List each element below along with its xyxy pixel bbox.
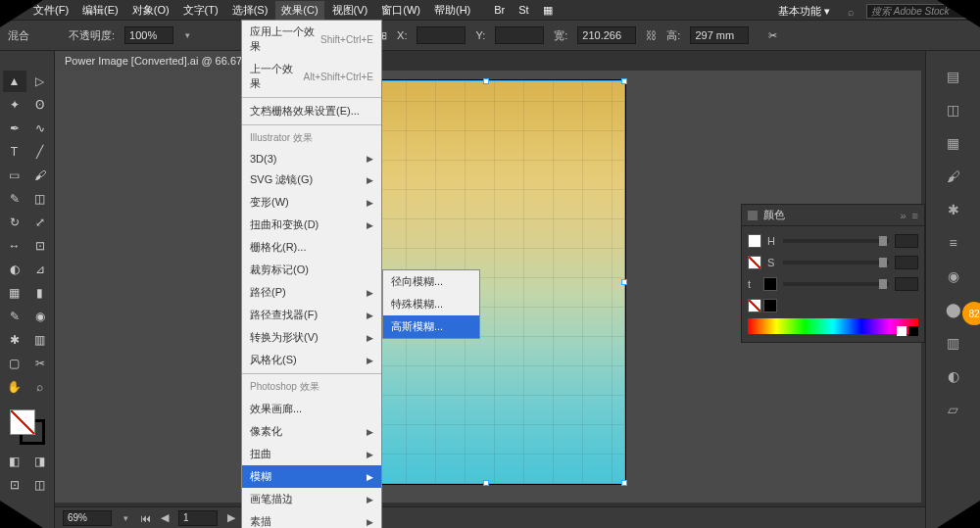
tool-lasso[interactable]: ʘ (28, 94, 52, 116)
fx-apply-last[interactable]: 应用上一个效果Shift+Ctrl+E (242, 21, 381, 58)
menu-edit[interactable]: 编辑(E) (76, 1, 124, 20)
tool-gradient-mode[interactable]: ◨ (28, 451, 52, 472)
tool-mesh[interactable]: ▦ (3, 282, 26, 304)
tool-color-mode[interactable]: ◧ (3, 451, 26, 472)
black-pick[interactable] (908, 326, 918, 336)
white-pick[interactable] (897, 326, 906, 336)
link-wh-icon[interactable]: ⛓ (646, 29, 657, 41)
menu-view[interactable]: 视图(V) (326, 1, 374, 20)
properties-icon[interactable]: ▤ (942, 65, 965, 88)
fx-ps-gallery[interactable]: 效果画廊... (242, 398, 381, 420)
tool-perspective[interactable]: ⊿ (28, 259, 52, 280)
tool-eyedropper[interactable]: ✎ (3, 306, 26, 327)
crop-icon[interactable]: ✂ (768, 29, 777, 42)
swatches-icon[interactable]: ▦ (942, 131, 965, 155)
blur-radial[interactable]: 径向模糊... (383, 270, 479, 293)
artboard-index[interactable] (178, 510, 218, 526)
color-panel-icon[interactable]: ⬤ (942, 298, 965, 321)
notification-badge[interactable]: 82 (962, 302, 980, 325)
zoom-stepper[interactable]: ▾ (122, 513, 130, 523)
tool-shaper[interactable]: ✎ (3, 188, 26, 210)
menu-window[interactable]: 窗口(W) (375, 1, 426, 20)
width-input[interactable] (577, 26, 636, 44)
tool-curvature[interactable]: ∿ (28, 118, 52, 139)
fill-swatch[interactable] (10, 409, 35, 435)
fx-ai-warp[interactable]: 变形(W)▶ (242, 191, 381, 214)
fill-color-chip[interactable] (748, 234, 761, 248)
none-swatch[interactable] (748, 299, 761, 312)
workspace-switcher[interactable]: 基本功能 ▾ (772, 2, 836, 21)
y-input[interactable] (495, 26, 544, 44)
tool-free-transform[interactable]: ⊡ (28, 235, 52, 257)
sat-slider[interactable] (783, 261, 889, 264)
menu-object[interactable]: 对象(O) (126, 1, 175, 20)
artboard-nav-prev[interactable]: ◀ (161, 511, 169, 524)
tool-shape-builder[interactable]: ◐ (3, 259, 26, 280)
blur-smart[interactable]: 特殊模糊... (383, 293, 479, 315)
stock-icon[interactable]: St (513, 2, 534, 18)
tool-artboard[interactable]: ▢ (3, 353, 26, 374)
tool-width[interactable]: ↔ (3, 235, 26, 257)
fx-last[interactable]: 上一个效果Alt+Shift+Ctrl+E (242, 58, 381, 95)
spectrum-bar[interactable] (748, 318, 918, 334)
black-chip[interactable] (763, 277, 777, 291)
fx-ps-blur[interactable]: 模糊▶ (242, 465, 381, 488)
tool-hand[interactable]: ✋ (3, 376, 26, 398)
tool-rectangle[interactable]: ▭ (3, 165, 26, 186)
tool-paintbrush[interactable]: 🖌 (28, 165, 52, 186)
x-input[interactable] (416, 26, 466, 44)
fx-ps-pixelate[interactable]: 像素化▶ (242, 420, 381, 443)
opacity-input[interactable] (124, 26, 173, 44)
opacity-stepper[interactable]: ▾ (183, 30, 192, 40)
brushes-icon[interactable]: 🖌 (942, 165, 965, 188)
sat-value[interactable] (895, 256, 918, 269)
fx-ai-svg[interactable]: SVG 滤镜(G)▶ (242, 168, 381, 191)
tool-column-graph[interactable]: ▥ (28, 329, 52, 351)
tool-selection[interactable]: ▲ (3, 71, 26, 92)
b-slider[interactable] (783, 282, 889, 286)
stroke-panel-icon[interactable]: ≡ (942, 231, 965, 255)
fx-ai-convert-shape[interactable]: 转换为形状(V)▶ (242, 326, 381, 349)
tool-scale[interactable]: ⤢ (28, 212, 52, 233)
fx-ai-path[interactable]: 路径(P)▶ (242, 281, 381, 304)
tool-slice[interactable]: ✂ (28, 353, 52, 374)
graphic-styles-icon[interactable]: ◉ (942, 264, 965, 288)
menu-select[interactable]: 选择(S) (226, 1, 274, 20)
layers-icon[interactable]: ▥ (942, 331, 965, 355)
fx-ai-rasterize[interactable]: 栅格化(R)... (242, 236, 381, 259)
black-swatch[interactable] (763, 299, 777, 312)
blur-gaussian[interactable]: 高斯模糊... (383, 315, 479, 338)
tool-gradient[interactable]: ▮ (28, 282, 52, 304)
bridge-icon[interactable]: Br (488, 2, 511, 18)
fx-ai-3d[interactable]: 3D(3)▶ (242, 149, 381, 168)
tool-eraser[interactable]: ◫ (28, 188, 52, 210)
panel-menu-icon[interactable]: ≡ (912, 210, 918, 221)
tool-line[interactable]: ╱ (28, 141, 52, 163)
hue-slider[interactable] (783, 239, 889, 243)
fx-ai-distort[interactable]: 扭曲和变换(D)▶ (242, 214, 381, 236)
symbols-icon[interactable]: ✱ (942, 198, 965, 221)
tool-screen-mode[interactable]: ⊡ (3, 474, 26, 496)
stroke-color-chip[interactable] (748, 256, 761, 269)
fx-ai-stylize[interactable]: 风格化(S)▶ (242, 349, 381, 371)
color-panel-header[interactable]: 颜色 » ≡ (742, 205, 924, 226)
artboard-nav-first[interactable]: ⏮ (140, 512, 151, 524)
libraries-icon[interactable]: ◫ (942, 98, 965, 121)
menu-type[interactable]: 文字(T) (177, 1, 224, 20)
tool-direct-selection[interactable]: ▷ (28, 71, 52, 92)
panel-collapse-icon[interactable]: » (900, 210, 906, 221)
fx-ps-distort[interactable]: 扭曲▶ (242, 443, 381, 465)
tool-type[interactable]: T (3, 141, 26, 163)
tool-magic-wand[interactable]: ✦ (3, 94, 26, 116)
artboard-nav-next[interactable]: ▶ (227, 511, 235, 524)
b-value[interactable] (895, 277, 918, 291)
fx-raster-settings[interactable]: 文档栅格效果设置(E)... (242, 100, 381, 122)
menu-help[interactable]: 帮助(H) (428, 1, 476, 20)
fx-ai-pathfinder[interactable]: 路径查找器(F)▶ (242, 304, 381, 326)
menu-effect[interactable]: 效果(C) (275, 1, 323, 20)
fx-ai-cropmarks[interactable]: 裁剪标记(O) (242, 259, 381, 281)
tool-zoom[interactable]: ⌕ (28, 376, 52, 398)
tool-draw-mode[interactable]: ◫ (28, 474, 52, 496)
tool-rotate[interactable]: ↻ (3, 212, 26, 233)
tool-blend[interactable]: ◉ (28, 306, 52, 327)
